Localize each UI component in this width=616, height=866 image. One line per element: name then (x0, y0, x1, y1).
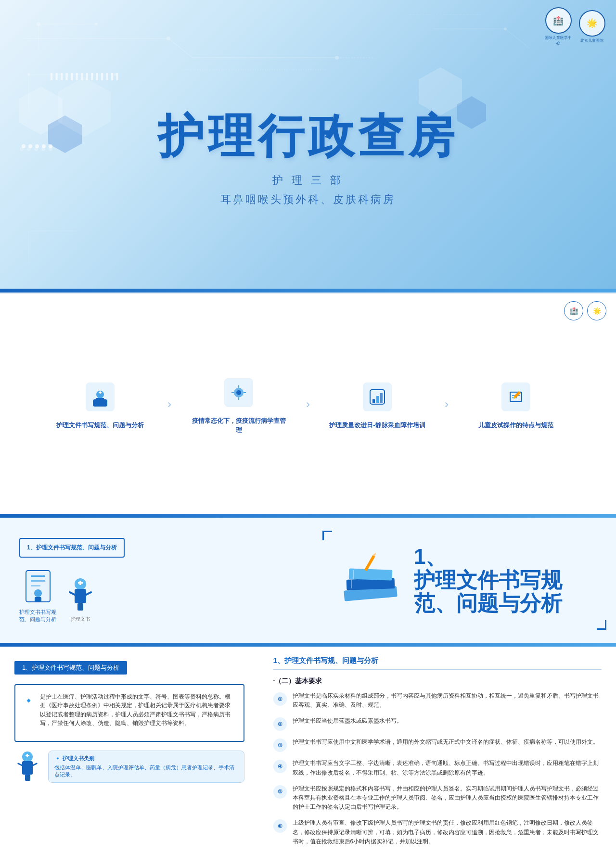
slide-divider-2 (0, 514, 616, 518)
svg-rect-49 (31, 585, 40, 586)
req-text-6: 上级护理人员有审查、修改下级护理人员书写的护理文书的责任，修改应利用用红色钢笔，… (293, 818, 602, 846)
doc-illustration: 护理文书书写规范、问题与分析 (19, 568, 56, 623)
toc-item-2: 疫情常态化下，疫疫流行病学查管理 (191, 373, 287, 434)
nurse-figure-icon (14, 749, 41, 785)
section-title-line2: 范、问题与分析 (414, 591, 562, 615)
req-num-1: ① (273, 692, 287, 706)
req-num-2: ② (273, 717, 287, 731)
nurse-illustration: 护理文书 (66, 575, 95, 623)
req-item-6: ⑥ 上级护理人员有审查、修改下级护理人员书写的护理文书的责任，修改应利用用红色钢… (273, 818, 602, 846)
svg-point-21 (37, 22, 40, 26)
svg-rect-74 (26, 754, 28, 757)
toc-logos: 🏥 🌟 (564, 301, 606, 320)
slide-divider-1 (0, 289, 616, 293)
slide-content-detail: 1、护理文件书写规范、问题与分析 🔹 是护士在医疗、护理活动过程中形成的文字、符… (0, 647, 616, 866)
toc-label-4: 儿童皮试操作的特点与规范 (478, 421, 553, 430)
svg-rect-51 (35, 597, 41, 602)
svg-rect-65 (364, 555, 375, 571)
slide-divider-3 (0, 643, 616, 647)
doc-type-text: 包括体温单、医嘱单、入院护理评估单、药量（病危）患者护理记录、手术清点记录。 (54, 764, 238, 778)
svg-rect-48 (31, 580, 45, 582)
svg-line-55 (86, 592, 91, 595)
toc-item-4: 儿童皮试操作的特点与规范 (468, 378, 564, 430)
svg-point-4 (335, 56, 339, 60)
svg-rect-40 (380, 393, 383, 403)
logos-header: 🏥 国际儿童医学中心 🌟 北京儿童医院 (544, 7, 606, 46)
req-num-6: ⑥ (273, 819, 287, 833)
content-right: 1、护理文件书写规、问题与分析 ·（二）基本要求 ① 护理文书是临床实录材料的组… (259, 647, 616, 866)
doc-type-tag: 🔹 护理文书类别 包括体温单、医嘱单、入院护理评估单、药量（病危）患者护理记录、… (48, 751, 244, 783)
req-title: 1、护理文件书写规、问题与分析 (273, 656, 602, 670)
toc-icon-wrap-1 (81, 378, 119, 416)
content-label: 1、护理文件书写规范、问题与分析 (14, 661, 127, 675)
nurse-doc-row: 🔹 护理文书类别 包括体温单、医嘱单、入院护理评估单、药量（病危）患者护理记录、… (14, 749, 244, 785)
toc-arrow-1: › (167, 397, 171, 411)
req-item-4: ④ 护理文书书写应当文字工整、字边清晰，表述准确，语句通顺、标点正确。书写过程中… (273, 759, 602, 777)
svg-point-8 (27, 73, 30, 76)
svg-line-69 (18, 764, 22, 765)
req-text-5: 护理文书应按照规定的格式和内容书写，并由相应的护理人员签名。实习期临试用期间护理… (293, 784, 602, 812)
bracket-bottom-right (597, 620, 606, 630)
req-text-4: 护理文书书写应当文字工整、字边清晰，表述准确，语句通顺、标点正确。书写过程中出现… (293, 759, 602, 777)
svg-line-70 (33, 764, 37, 765)
slide-toc: 🏥 🌟 护理文件书写规范、问题与分析 › (0, 293, 616, 514)
req-subtitle: ·（二）基本要求 (273, 677, 602, 686)
svg-rect-53 (75, 589, 86, 603)
section-number: 1、 (414, 545, 447, 568)
toc-icon-wrap-3 (358, 378, 397, 416)
req-item-2: ② 护理文书应当使用蓝墨水或碳素墨水书写。 (273, 716, 602, 731)
toc-icon-1 (86, 382, 115, 411)
req-text-2: 护理文书应当使用蓝墨水或碳素墨水书写。 (293, 716, 402, 726)
section-label-box: 1、护理文件书写规范、问题与分析 (19, 538, 125, 558)
book-illustration (337, 550, 404, 610)
main-title: 护理行政查房 (0, 106, 616, 168)
svg-rect-72 (27, 775, 30, 781)
toc-arrow-2: › (306, 397, 310, 411)
toc-logo2: 🌟 (587, 301, 606, 320)
slide-title: ▌▌▌▌▌▌▌▌▌▌▌▌▌▌ 🏥 国际儿童医学中心 🌟 北京儿童医院 护理行政查… (0, 0, 616, 289)
logo-beijing: 🌟 北京儿童医院 (578, 10, 606, 43)
req-text-1: 护理文书是临床实录材料的组成部分，书写内容应与其他病历资料相互协动，相互统一，避… (293, 691, 602, 710)
dept-subtitle: 护 理 三 部 (0, 173, 616, 188)
svg-rect-38 (372, 399, 375, 403)
toc-logo1: 🏥 (564, 301, 583, 320)
toc-label-1: 护理文件书写规范、问题与分析 (56, 421, 144, 430)
svg-rect-30 (100, 391, 101, 394)
toc-content: 护理文件书写规范、问题与分析 › 疫情常态化下，疫疫流行病学 (0, 294, 616, 514)
svg-rect-62 (349, 569, 393, 581)
svg-point-50 (34, 589, 42, 597)
svg-line-54 (70, 592, 75, 595)
toc-icon-wrap-4 (497, 378, 535, 416)
toc-item-1: 护理文件书写规范、问题与分析 (52, 378, 148, 430)
intro-icon: 🔹 (23, 692, 36, 709)
svg-line-16 (505, 29, 529, 48)
toc-icon-3 (363, 382, 392, 411)
svg-point-32 (236, 390, 241, 395)
doc-type-label: 🔹 护理文书类别 (54, 755, 238, 762)
svg-point-3 (167, 37, 170, 40)
left-content-block: 🔹 是护士在医疗、护理活动过程中形成的文字、符号、图表等资料的总称。根据《医疗事… (14, 684, 244, 742)
req-text-3: 护理文书书写应使用中文和医学学术语，通用的外文缩写或无正式中文译名的症状、体征、… (293, 738, 599, 747)
svg-rect-68 (22, 761, 33, 775)
section-header-right: 1、 护理文件书写规 范、问题与分析 (308, 526, 616, 634)
toc-icon-2 (224, 378, 253, 407)
section-title-line1: 护理文件书写规 (414, 568, 562, 592)
logo-guojia: 🏥 国际儿童医学中心 (544, 7, 573, 46)
toc-arrow-3: › (445, 397, 449, 411)
requirements-list: ① 护理文书是临床实录材料的组成部分，书写内容应与其他病历资料相互协动，相互统一… (273, 691, 602, 846)
svg-line-1 (168, 38, 192, 58)
intro-text: 是护士在医疗、护理活动过程中形成的文字、符号、图表等资料的总称。根据《医疗事故处… (40, 692, 236, 728)
req-item-3: ③ 护理文书书写应使用中文和医学学术语，通用的外文缩写或无正式中文译名的症状、体… (273, 738, 602, 752)
svg-point-17 (504, 27, 507, 30)
bracket-top-left (322, 531, 332, 540)
intro-row: 🔹 是护士在医疗、护理活动过程中形成的文字、符号、图表等资料的总称。根据《医疗事… (23, 692, 236, 728)
ward-subtitle: 耳鼻咽喉头预外科、皮肤科病房 (0, 192, 616, 207)
toc-icon-wrap-2 (219, 373, 258, 412)
req-item-5: ⑤ 护理文书应按照规定的格式和内容书写，并由相应的护理人员签名。实习期临试用期间… (273, 784, 602, 812)
logo-guojia-icon: 🏥 (545, 7, 572, 34)
logo-beijing-icon: 🌟 (579, 10, 605, 37)
req-num-5: ⑤ (273, 785, 287, 799)
toc-item-3: 护理质量改进日-静脉采血障作培训 (329, 378, 425, 430)
section-header-left: 1、护理文件书写规范、问题与分析 护理文书书写规范、问题与分析 (0, 523, 308, 637)
content-left: 1、护理文件书写规范、问题与分析 🔹 是护士在医疗、护理活动过程中形成的文字、符… (0, 647, 259, 866)
